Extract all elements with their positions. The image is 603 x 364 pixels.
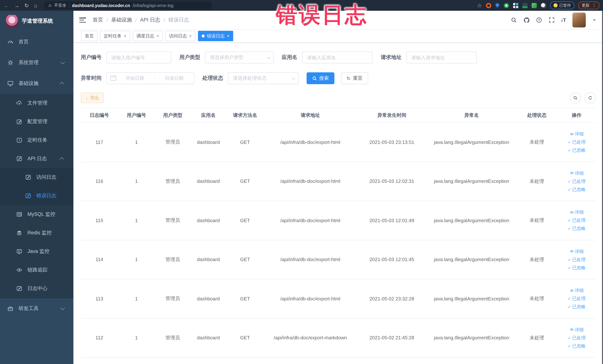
ignored-link[interactable]: ✓已忽略 [568,147,586,154]
close-icon[interactable]: × [156,34,159,38]
request-url-input[interactable] [406,52,477,63]
profile-paused-badge[interactable]: 已暂停 [550,1,574,9]
table-row[interactable]: 117 1 管理员 dashboard GET /api/infra/db-do… [81,123,596,162]
breadcrumb-item-error-log: 错误日志 [168,17,189,23]
detail-link[interactable]: 详细 [570,326,584,333]
search-icon[interactable] [511,17,517,23]
help-icon[interactable]: ? [536,17,542,23]
sidebar-item-java-monitor[interactable]: Java 监控 [0,242,73,261]
sidebar-item-mysql-monitor[interactable]: MySQL 监控 [0,205,73,224]
extension-icon-green-leaf[interactable] [532,3,537,8]
github-icon[interactable] [523,17,530,23]
forward-icon[interactable]: → [14,3,19,8]
column-header: 日志编号 [81,112,118,119]
extension-icon-on-badge[interactable] [522,3,527,8]
processed-link[interactable]: ✓已处理 [568,256,586,263]
avatar[interactable] [572,13,586,27]
back-icon[interactable]: ← [4,3,9,8]
extension-icon-grid[interactable] [513,3,518,8]
extension-icon-orange[interactable] [486,3,491,8]
table-row[interactable]: 114 1 管理员 dashboard GET /api/infra/db-do… [81,240,596,279]
sidebar-item-error-log[interactable]: 错误日志 [0,187,73,205]
refresh-table-button[interactable] [585,92,596,104]
processed-link[interactable]: ✓已处理 [568,335,586,341]
sidebar-item-system[interactable]: 系统管理 [0,52,73,73]
ignored-link[interactable]: ✓已忽略 [568,304,586,310]
detail-link[interactable]: 详细 [570,209,584,216]
sidebar-item-tracing[interactable]: 链路追踪 [0,261,73,279]
sidebar-item-label: API 日志 [27,155,47,162]
close-icon[interactable]: × [189,34,192,38]
sidebar-toggle-hamburger-icon[interactable] [79,17,86,23]
bookmark-star-icon[interactable]: ☆ [477,3,482,8]
url-domain: dashboard.yudao.iocoder.cn [72,3,130,8]
tag-cron-job[interactable]: 定时任务× [100,31,130,41]
tag-error-log[interactable]: 错误日志× [198,31,233,41]
method-cell: GET [226,257,264,262]
exception-cell: java.lang.IllegalArgumentException [427,296,516,302]
sidebar-item-access-log[interactable]: 访问日志 [0,168,73,187]
url-cell: /api/infra/db-doc/export-html [264,296,357,302]
export-button[interactable]: ↓ 导出 [81,93,104,103]
processed-link[interactable]: ✓已处理 [568,295,586,302]
processed-link[interactable]: ✓已处理 [568,139,586,146]
font-size-icon[interactable]: тT [561,17,566,23]
table-row[interactable]: 113 1 管理员 dashboard GET /api/infra/db-do… [81,279,596,318]
detail-link[interactable]: 详细 [570,248,584,255]
process-status-select[interactable]: 请选择处理状态 [228,72,299,84]
processed-link[interactable]: ✓已处理 [568,217,586,224]
url-bar[interactable]: ⚠ 不安全 dashboard.yudao.iocoder.cn/infra/l… [44,1,212,9]
user-id-input[interactable] [106,52,171,63]
browser-menu-kebab-icon[interactable]: ⋮ [592,3,596,8]
toggle-search-button[interactable] [570,92,581,104]
ignored-link[interactable]: ✓已忽略 [568,186,586,193]
sidebar-item-api-log[interactable]: API 日志 [0,150,73,168]
processed-link[interactable]: ✓已处理 [568,178,586,185]
ignored-link[interactable]: ✓已忽略 [568,225,586,232]
breadcrumb-item-infra[interactable]: 基础设施 [111,17,132,23]
sidebar-item-file-manage[interactable]: 文件管理 [0,94,73,112]
tag-schedule-log[interactable]: 调度日志× [133,31,163,41]
tag-label: 错误日志 [207,33,225,39]
ignored-link[interactable]: ✓已忽略 [568,343,586,349]
sidebar-item-log-center[interactable]: 日志中心 [0,279,73,298]
tag-access-log[interactable]: 访问日志× [165,31,195,41]
browser-scrollbar[interactable] [602,11,603,364]
sidebar-item-home[interactable]: 首页 [0,32,73,52]
user-type-select[interactable]: 请选择用户类型 [205,52,274,63]
extension-icon-paw[interactable] [541,3,546,8]
sidebar-logo-row[interactable]: 芋道管理系统 [0,11,73,32]
close-icon[interactable]: × [124,34,127,38]
sidebar-item-infra[interactable]: 基础设施 [0,73,73,94]
app-name-input[interactable] [302,52,372,63]
reload-icon[interactable]: ↻ [24,3,29,8]
ignored-link[interactable]: ✓已忽略 [568,264,586,271]
detail-link[interactable]: 详细 [570,131,584,137]
sidebar-item-config-manage[interactable]: 配置管理 [0,112,73,131]
search-icon [312,76,317,81]
extension-icon-diamond[interactable] [495,3,499,8]
home-icon[interactable]: ⌂ [34,3,37,8]
filter-app-name: 应用名 [282,52,372,63]
reset-button[interactable]: ↻ 重置 [341,72,368,84]
search-button[interactable]: 搜索 [307,72,334,84]
avatar-caret-down-icon[interactable] [593,19,596,21]
error-log-table: 日志编号 用户编号 用户类型 应用名 请求方法名 请求地址 异常发生时间 异常名… [81,108,596,357]
table-row[interactable]: 115 1 管理员 dashboard GET /api/infra/db-do… [81,201,596,240]
user-type-cell: 管理员 [155,295,191,302]
table-row[interactable]: 116 1 管理员 dashboard GET /api/infra/db-do… [81,162,596,201]
detail-link[interactable]: 详细 [570,170,584,176]
browser-update-button[interactable]: 更新 ⋮ [578,1,600,9]
breadcrumb-item-home[interactable]: 首页 [93,17,103,23]
sidebar-item-dev-tools[interactable]: 研发工具 [0,298,73,319]
fullscreen-icon[interactable] [548,17,555,23]
date-range-picker[interactable]: 开始日期 - 结束日期 [106,72,194,84]
extension-icon-green-v[interactable] [504,3,509,8]
breadcrumb-item-api-log[interactable]: API 日志 [140,17,160,23]
detail-link[interactable]: 详细 [570,287,584,294]
tag-home[interactable]: 首页 [81,31,97,41]
table-row[interactable]: 112 1 管理员 dashboard GET /api/infra/db-do… [81,318,596,357]
sidebar-item-redis-monitor[interactable]: Redis 监控 [0,224,73,242]
close-icon[interactable]: × [227,34,230,38]
sidebar-item-cron-job[interactable]: 定时任务 [0,131,73,150]
